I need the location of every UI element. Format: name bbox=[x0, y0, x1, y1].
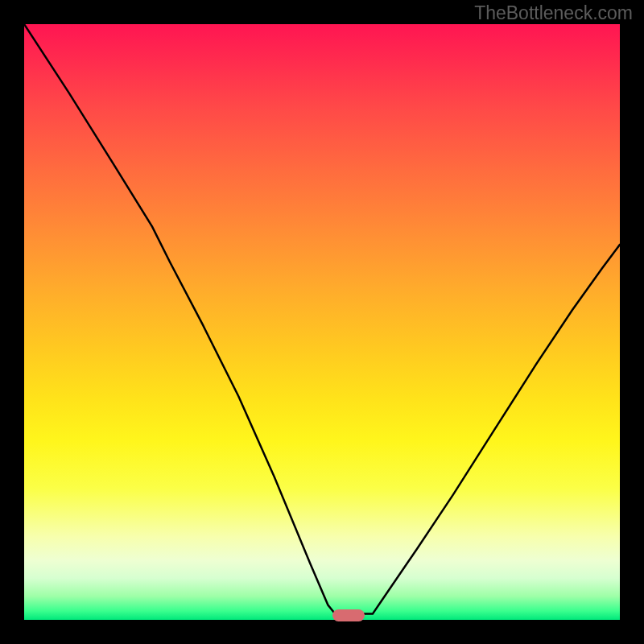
watermark-text: TheBottleneck.com bbox=[474, 2, 633, 24]
curve-svg bbox=[24, 24, 620, 620]
minimum-marker bbox=[332, 609, 365, 621]
chart-frame: TheBottleneck.com bbox=[0, 0, 644, 644]
plot-area bbox=[24, 24, 620, 620]
bottleneck-curve bbox=[24, 24, 620, 614]
